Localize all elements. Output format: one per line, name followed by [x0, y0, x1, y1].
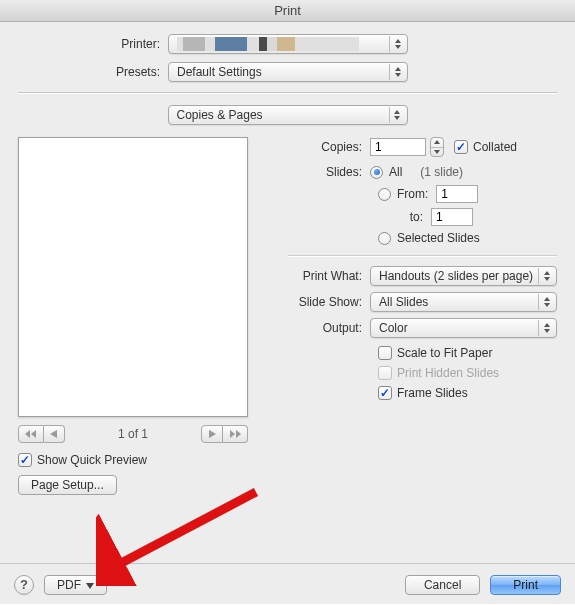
triangle-down-icon [86, 578, 94, 592]
svg-marker-12 [434, 140, 440, 144]
printer-name-redacted [177, 37, 359, 51]
slides-all-radio[interactable] [370, 166, 383, 179]
cancel-button[interactable]: Cancel [405, 575, 480, 595]
svg-marker-7 [25, 430, 30, 438]
svg-marker-13 [434, 150, 440, 154]
slides-from-label: From: [397, 187, 428, 201]
slides-all-hint: (1 slide) [420, 165, 463, 179]
presets-select[interactable]: Default Settings [168, 62, 408, 82]
pdf-menu-button[interactable]: PDF [44, 575, 107, 595]
collated-label: Collated [473, 140, 517, 154]
scale-to-fit-label: Scale to Fit Paper [397, 346, 492, 360]
svg-marker-10 [230, 430, 235, 438]
page-indicator: 1 of 1 [73, 427, 193, 441]
preview-column: 1 of 1 Show Quick Preview Page Setup... [18, 137, 268, 495]
collated-checkbox[interactable] [454, 140, 468, 154]
presets-label: Presets: [18, 65, 168, 79]
print-hidden-checkbox [378, 366, 392, 380]
slides-all-label: All [389, 165, 402, 179]
svg-marker-8 [50, 430, 57, 438]
divider [18, 92, 557, 93]
slides-from-radio[interactable] [378, 188, 391, 201]
updown-icon [538, 320, 554, 336]
print-what-label: Print What: [288, 269, 370, 283]
svg-line-22 [108, 492, 256, 570]
window-title: Print [0, 0, 575, 22]
copies-input[interactable] [370, 138, 426, 156]
first-page-button[interactable] [18, 425, 44, 443]
slides-selected-label: Selected Slides [397, 231, 480, 245]
svg-marker-11 [236, 430, 241, 438]
svg-marker-2 [395, 67, 401, 71]
svg-marker-3 [395, 73, 401, 77]
help-button[interactable]: ? [14, 575, 34, 595]
slides-to-label: to: [397, 210, 431, 224]
svg-marker-0 [395, 39, 401, 43]
prev-page-button[interactable] [44, 425, 65, 443]
output-value: Color [379, 321, 408, 335]
last-page-button[interactable] [223, 425, 248, 443]
updown-icon [538, 294, 554, 310]
print-hidden-label: Print Hidden Slides [397, 366, 499, 380]
svg-marker-15 [544, 277, 550, 281]
settings-column: Copies: Collated Slides: All (1 slide) F… [288, 137, 557, 406]
updown-icon [538, 268, 554, 284]
updown-icon [389, 107, 405, 123]
slide-show-label: Slide Show: [288, 295, 370, 309]
svg-marker-20 [86, 583, 94, 589]
svg-marker-9 [209, 430, 216, 438]
output-label: Output: [288, 321, 370, 335]
slides-from-input[interactable] [436, 185, 478, 203]
svg-marker-1 [395, 45, 401, 49]
svg-marker-17 [544, 303, 550, 307]
output-select[interactable]: Color [370, 318, 557, 338]
updown-icon [389, 36, 405, 52]
show-quick-preview-checkbox[interactable] [18, 453, 32, 467]
slide-show-select[interactable]: All Slides [370, 292, 557, 312]
slides-to-input[interactable] [431, 208, 473, 226]
printer-select[interactable] [168, 34, 408, 54]
print-what-select[interactable]: Handouts (2 slides per page) [370, 266, 557, 286]
svg-marker-18 [544, 323, 550, 327]
page-setup-button[interactable]: Page Setup... [18, 475, 117, 495]
updown-icon [389, 64, 405, 80]
svg-marker-14 [544, 271, 550, 275]
svg-marker-4 [394, 110, 400, 114]
scale-to-fit-checkbox[interactable] [378, 346, 392, 360]
svg-marker-6 [31, 430, 36, 438]
section-select[interactable]: Copies & Pages [168, 105, 408, 125]
show-quick-preview-label: Show Quick Preview [37, 453, 147, 467]
frame-slides-checkbox[interactable] [378, 386, 392, 400]
printer-label: Printer: [18, 37, 168, 51]
slides-label: Slides: [288, 165, 370, 179]
svg-marker-5 [394, 116, 400, 120]
section-value: Copies & Pages [177, 108, 263, 122]
svg-marker-16 [544, 297, 550, 301]
print-preview [18, 137, 248, 417]
print-what-value: Handouts (2 slides per page) [379, 269, 533, 283]
slide-show-value: All Slides [379, 295, 428, 309]
divider [288, 255, 557, 256]
next-page-button[interactable] [201, 425, 223, 443]
copies-label: Copies: [288, 140, 370, 154]
frame-slides-label: Frame Slides [397, 386, 468, 400]
copies-stepper[interactable] [430, 137, 444, 157]
slides-selected-radio[interactable] [378, 232, 391, 245]
presets-value: Default Settings [177, 65, 262, 79]
svg-marker-19 [544, 329, 550, 333]
print-button[interactable]: Print [490, 575, 561, 595]
